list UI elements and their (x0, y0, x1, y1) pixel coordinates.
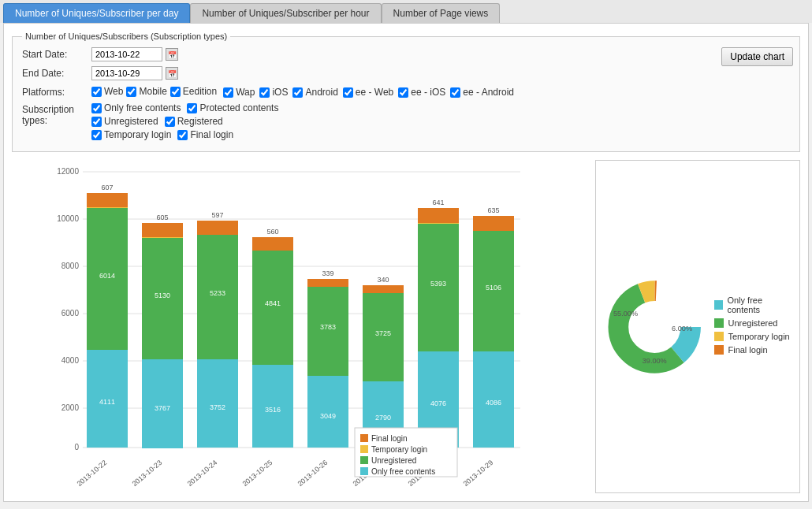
svg-text:0: 0 (74, 443, 79, 451)
sub-final-login[interactable]: Final login (177, 129, 233, 140)
platform-ios[interactable]: iOS (259, 87, 288, 98)
platforms-row: Platforms: Web Mobile Eedition Wap iOS A… (22, 85, 790, 98)
donut-legend: Only free contents Unregistered Temporar… (714, 295, 792, 359)
donut-inner: 55.00% 39.00% 6.00% Only free contents U… (604, 272, 792, 382)
legend-final-label: Final login (728, 345, 767, 355)
bar-final-7 (418, 208, 459, 223)
sub-registered[interactable]: Registered (165, 116, 223, 127)
legend-temp-dot (714, 332, 724, 341)
bar-unreg-3 (197, 235, 238, 359)
bar-final-3 (197, 221, 238, 235)
svg-text:5106: 5106 (486, 284, 501, 292)
svg-text:3767: 3767 (155, 404, 170, 412)
bar-final-6 (363, 285, 404, 293)
bar-final-1 (87, 193, 128, 207)
svg-rect-49 (360, 445, 368, 453)
platform-ee-ios[interactable]: ee - iOS (398, 87, 445, 98)
sub-temp-login[interactable]: Temporary login (91, 129, 171, 140)
subscription-types-row: Subscriptiontypes: Only free contents Pr… (22, 102, 790, 140)
start-date-row: Start Date: 📅 (22, 47, 790, 61)
platform-ee-web[interactable]: ee - Web (343, 87, 393, 98)
platforms-label: Platforms: (22, 85, 85, 98)
svg-text:39.00%: 39.00% (643, 356, 667, 364)
tab-uniques-per-hour[interactable]: Number of Uniques/Subscriber per hour (190, 3, 381, 23)
chart-area: 12000 10000 8000 6000 4000 2000 0 (12, 160, 800, 493)
svg-text:Only free contents: Only free contents (371, 467, 435, 476)
platform-web[interactable]: Web (91, 86, 123, 97)
sub-types-value: Only free contents Protected contents Un… (91, 102, 278, 140)
svg-text:605: 605 (156, 214, 168, 221)
legend-free-dot (714, 300, 723, 310)
svg-text:6000: 6000 (61, 309, 80, 318)
bar-unreg-5 (307, 287, 348, 376)
platform-ee-android[interactable]: ee - Android (450, 87, 514, 98)
svg-text:597: 597 (211, 211, 223, 219)
bar-chart-svg: 12000 10000 8000 6000 4000 2000 0 (12, 160, 587, 491)
svg-text:2790: 2790 (375, 414, 391, 422)
svg-text:10000: 10000 (57, 214, 79, 223)
legend-temp-label: Temporary login (728, 332, 789, 341)
svg-text:Final login: Final login (371, 434, 408, 443)
legend-unreg-dot (714, 318, 724, 328)
svg-text:4000: 4000 (61, 356, 80, 365)
svg-text:641: 641 (432, 199, 444, 206)
legend-temp: Temporary login (714, 332, 792, 341)
platform-eedition[interactable]: Eedition (170, 86, 217, 97)
svg-text:2013-10-24: 2013-10-24 (186, 459, 219, 488)
start-date-label: Start Date: (22, 47, 85, 60)
svg-text:2013-10-26: 2013-10-26 (296, 459, 330, 488)
sub-unregistered[interactable]: Unregistered (91, 116, 158, 127)
sub-only-free[interactable]: Only free contents (91, 102, 181, 113)
svg-rect-47 (360, 434, 368, 442)
svg-text:339: 339 (322, 269, 333, 277)
platform-wap[interactable]: Wap (223, 87, 255, 98)
svg-text:4086: 4086 (486, 399, 501, 407)
bar-temp-7 (418, 223, 459, 224)
bar-chart-container: 12000 10000 8000 6000 4000 2000 0 (12, 160, 587, 493)
svg-text:3783: 3783 (320, 323, 336, 331)
legend-unreg-label: Unregistered (728, 318, 777, 328)
legend-final: Final login (714, 345, 792, 355)
bar-temp-2 (142, 237, 183, 238)
svg-text:Unregistered: Unregistered (371, 456, 416, 465)
svg-text:607: 607 (101, 184, 113, 191)
bar-final-2 (142, 223, 183, 237)
svg-text:5233: 5233 (210, 289, 225, 297)
svg-text:3752: 3752 (210, 403, 225, 411)
svg-text:2013-10-29: 2013-10-29 (462, 459, 495, 488)
legend-free: Only free contents (714, 295, 792, 314)
end-date-value: 📅 (91, 66, 178, 80)
svg-text:2013-10-25: 2013-10-25 (241, 459, 274, 488)
tab-uniques-per-day[interactable]: Number of Uniques/Subscriber per day (3, 3, 190, 23)
end-date-calendar-icon[interactable]: 📅 (166, 67, 178, 80)
tab-page-views[interactable]: Number of Page views (382, 3, 501, 23)
update-chart-button[interactable]: Update chart (721, 47, 793, 66)
svg-text:6014: 6014 (99, 272, 115, 280)
donut-chart-container: 55.00% 39.00% 6.00% Only free contents U… (595, 160, 800, 493)
svg-text:2000: 2000 (61, 403, 80, 412)
platforms-value: Web Mobile Eedition Wap iOS Android ee -… (91, 85, 514, 98)
svg-rect-53 (360, 467, 368, 475)
bar-final-5 (307, 279, 348, 287)
start-date-calendar-icon[interactable]: 📅 (166, 48, 178, 61)
bar-unreg-7 (418, 224, 459, 351)
platform-android[interactable]: Android (292, 87, 337, 98)
end-date-input[interactable] (91, 66, 162, 80)
main-content: Number of Uniques/Subscribers (Subscript… (3, 23, 809, 502)
svg-text:12000: 12000 (57, 167, 79, 176)
bar-unreg-4 (252, 251, 293, 365)
svg-text:4111: 4111 (99, 398, 115, 406)
svg-text:2013-10-22: 2013-10-22 (76, 459, 109, 488)
start-date-input[interactable] (91, 47, 162, 61)
svg-text:560: 560 (266, 228, 278, 236)
svg-text:5130: 5130 (155, 292, 170, 299)
filter-title: Number of Uniques/Subscribers (Subscript… (22, 32, 230, 41)
end-date-label: End Date: (22, 66, 85, 79)
svg-text:3516: 3516 (265, 406, 281, 414)
filter-panel: Number of Uniques/Subscribers (Subscript… (12, 32, 800, 152)
svg-text:4841: 4841 (265, 299, 281, 307)
platform-mobile[interactable]: Mobile (126, 86, 166, 97)
sub-protected[interactable]: Protected contents (187, 102, 278, 113)
svg-text:5393: 5393 (430, 280, 446, 288)
bar-temp-1 (87, 207, 128, 208)
